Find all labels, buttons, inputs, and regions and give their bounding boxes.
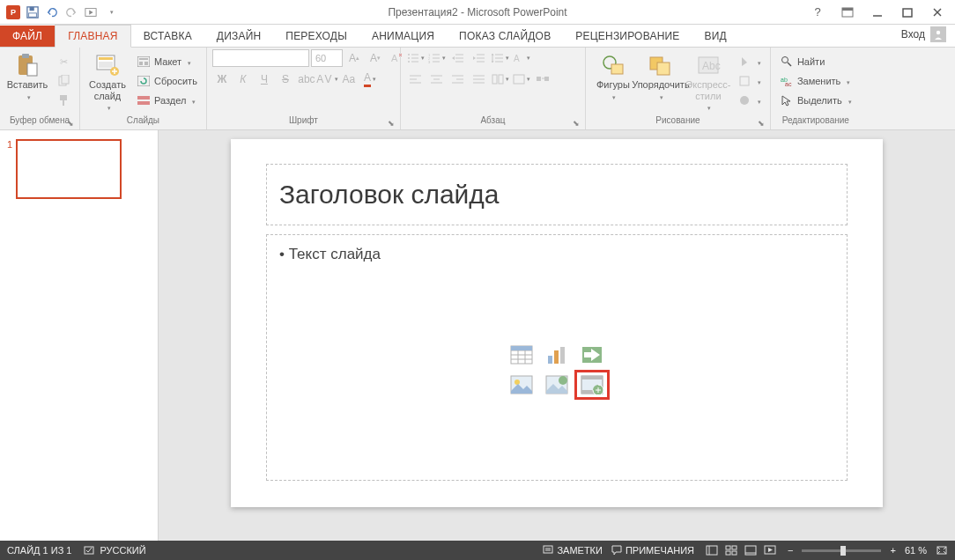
- columns-icon[interactable]: [491, 70, 510, 88]
- app-icon[interactable]: P: [5, 4, 21, 20]
- bullets-button[interactable]: [406, 49, 426, 67]
- shape-effects-button[interactable]: [734, 92, 765, 109]
- zoom-thumb[interactable]: [840, 546, 846, 556]
- increase-indent-icon[interactable]: [470, 49, 489, 67]
- smartart-convert-icon[interactable]: [533, 70, 552, 88]
- copy-button[interactable]: [53, 72, 74, 90]
- strike-button[interactable]: S: [276, 70, 295, 88]
- slide-counter[interactable]: СЛАЙД 1 ИЗ 1: [7, 545, 71, 556]
- tab-design[interactable]: ДИЗАЙН: [204, 26, 274, 47]
- zoom-slider[interactable]: [802, 549, 881, 552]
- insert-pictures-icon[interactable]: [506, 372, 537, 398]
- slide-canvas[interactable]: Заголовок слайда Текст слайда: [159, 130, 955, 541]
- tab-insert[interactable]: ВСТАВКА: [131, 26, 204, 47]
- decrease-font-icon[interactable]: A▾: [366, 49, 385, 67]
- insert-online-pictures-icon[interactable]: [541, 372, 573, 398]
- tab-animations[interactable]: АНИМАЦИЯ: [359, 26, 447, 47]
- layout-icon: [137, 55, 151, 69]
- tab-slideshow[interactable]: ПОКАЗ СЛАЙДОВ: [447, 26, 563, 47]
- shape-fill-button[interactable]: [734, 53, 765, 70]
- svg-rect-29: [137, 96, 150, 99]
- text-shadow-button[interactable]: abc: [297, 70, 316, 88]
- ribbon-tabs: ФАЙЛ ГЛАВНАЯ ВСТАВКА ДИЗАЙН ПЕРЕХОДЫ АНИ…: [0, 25, 955, 48]
- insert-table-icon[interactable]: [506, 342, 537, 368]
- increase-font-icon[interactable]: A▴: [344, 49, 364, 67]
- section-button[interactable]: Раздел: [133, 92, 201, 109]
- tab-view[interactable]: ВИД: [692, 26, 739, 47]
- justify-icon[interactable]: [470, 70, 489, 88]
- minimize-icon[interactable]: [867, 4, 888, 21]
- start-from-beginning-icon[interactable]: [83, 4, 99, 20]
- align-text-icon[interactable]: [512, 70, 531, 88]
- shape-outline-button[interactable]: [734, 72, 765, 90]
- sorter-view-icon[interactable]: [722, 543, 740, 557]
- save-icon[interactable]: [25, 4, 41, 20]
- tab-transitions[interactable]: ПЕРЕХОДЫ: [273, 26, 359, 47]
- insert-smartart-icon[interactable]: [576, 342, 608, 368]
- new-slide-button[interactable]: Создать слайд: [85, 49, 130, 113]
- numbering-button[interactable]: 123: [427, 49, 447, 67]
- help-icon[interactable]: ?: [807, 4, 828, 21]
- zoom-in-button[interactable]: +: [890, 545, 895, 556]
- font-color-button[interactable]: A: [360, 70, 380, 88]
- insert-chart-icon[interactable]: [541, 342, 573, 368]
- reading-view-icon[interactable]: [742, 543, 759, 557]
- change-case-button[interactable]: Aa: [339, 70, 359, 88]
- sign-in-link[interactable]: Вход: [892, 22, 955, 47]
- svg-rect-114: [726, 551, 730, 555]
- comments-button[interactable]: ПРИМЕЧАНИЯ: [611, 545, 694, 556]
- normal-view-icon[interactable]: [703, 543, 721, 557]
- align-right-icon[interactable]: [448, 70, 468, 88]
- font-size-combo[interactable]: 60: [311, 49, 343, 67]
- fit-to-window-icon[interactable]: [936, 545, 948, 556]
- format-painter-button[interactable]: [53, 92, 74, 109]
- layout-button[interactable]: Макет: [133, 53, 201, 70]
- cut-button[interactable]: ✂: [53, 53, 74, 70]
- maximize-icon[interactable]: [897, 4, 918, 21]
- qat-customize-icon[interactable]: [102, 4, 118, 20]
- char-spacing-button[interactable]: AV: [318, 70, 337, 88]
- select-button[interactable]: Выделить: [776, 92, 855, 109]
- clipboard-launcher-icon[interactable]: ⬊: [65, 118, 76, 129]
- thumbnail-preview[interactable]: [16, 139, 122, 199]
- slideshow-view-icon[interactable]: [761, 543, 779, 557]
- insert-video-icon[interactable]: [576, 372, 608, 398]
- arrange-button[interactable]: Упорядочить: [639, 49, 683, 101]
- zoom-level[interactable]: 61 %: [905, 545, 927, 556]
- align-left-icon[interactable]: [406, 70, 426, 88]
- reset-button[interactable]: Сбросить: [133, 72, 201, 90]
- zoom-out-button[interactable]: −: [788, 545, 793, 556]
- ribbon-display-options-icon[interactable]: [837, 4, 858, 21]
- align-center-icon[interactable]: [427, 70, 447, 88]
- shapes-button[interactable]: Фигуры: [591, 49, 635, 101]
- tab-review[interactable]: РЕЦЕНЗИРОВАНИЕ: [563, 26, 692, 47]
- close-icon[interactable]: [927, 4, 948, 21]
- paste-button[interactable]: Вставить: [5, 49, 49, 101]
- quick-styles-button[interactable]: Abc Экспресс- стили: [686, 49, 730, 113]
- content-placeholder[interactable]: Текст слайда: [266, 234, 848, 481]
- text-direction-icon[interactable]: A: [512, 49, 531, 67]
- slide[interactable]: Заголовок слайда Текст слайда: [231, 139, 883, 507]
- decrease-indent-icon[interactable]: [448, 49, 468, 67]
- underline-button[interactable]: Ч: [255, 70, 274, 88]
- thumbnail-pane[interactable]: 1: [0, 130, 159, 541]
- tab-home[interactable]: ГЛАВНАЯ: [55, 25, 130, 48]
- thumbnail-item[interactable]: 1: [7, 139, 151, 199]
- replace-button[interactable]: abacЗаменить: [776, 72, 855, 90]
- svg-point-99: [559, 376, 567, 385]
- title-placeholder[interactable]: Заголовок слайда: [266, 164, 848, 225]
- notes-button[interactable]: ЗАМЕТКИ: [543, 545, 603, 556]
- font-launcher-icon[interactable]: ⬊: [386, 118, 396, 129]
- find-button[interactable]: Найти: [776, 53, 855, 70]
- svg-rect-2: [29, 12, 37, 16]
- redo-icon[interactable]: [63, 4, 79, 20]
- language-indicator[interactable]: РУССКИЙ: [84, 545, 145, 556]
- line-spacing-icon[interactable]: [491, 49, 510, 67]
- undo-icon[interactable]: [44, 4, 60, 20]
- tab-file[interactable]: ФАЙЛ: [0, 26, 55, 47]
- font-name-combo[interactable]: [212, 49, 309, 67]
- paragraph-launcher-icon[interactable]: ⬊: [571, 118, 581, 129]
- italic-button[interactable]: К: [233, 70, 253, 88]
- bold-button[interactable]: Ж: [212, 70, 232, 88]
- drawing-launcher-icon[interactable]: ⬊: [756, 118, 766, 129]
